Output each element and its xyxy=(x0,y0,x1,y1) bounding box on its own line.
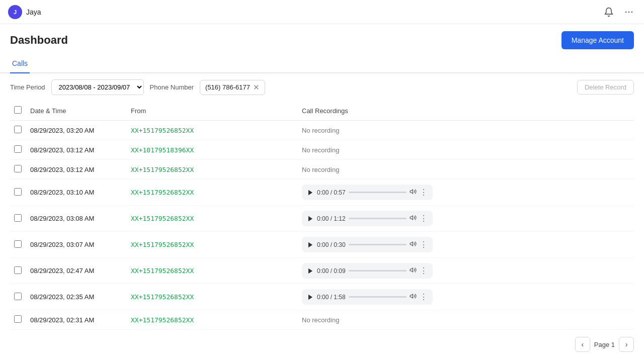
play-icon xyxy=(307,294,314,301)
filter-bar: Time Period 2023/08/08 - 2023/09/07 Phon… xyxy=(0,73,644,101)
play-button[interactable] xyxy=(307,267,314,275)
row-checkbox-8[interactable] xyxy=(14,315,22,323)
svg-marker-7 xyxy=(308,242,312,247)
manage-account-button[interactable]: Manage Account xyxy=(561,31,634,49)
progress-bar[interactable] xyxy=(349,244,407,245)
volume-icon xyxy=(410,214,417,221)
play-button[interactable] xyxy=(307,215,314,222)
player-more-button[interactable]: ⋮ xyxy=(420,188,428,197)
svg-marker-8 xyxy=(410,242,413,246)
cell-datetime: 08/29/2023, 03:07 AM xyxy=(26,232,127,258)
play-button[interactable] xyxy=(307,189,314,196)
svg-marker-12 xyxy=(410,294,413,298)
svg-marker-9 xyxy=(308,268,312,274)
table-row: 08/29/2023, 02:47 AMXX+15179526852XX 0:0… xyxy=(10,258,634,284)
cell-datetime: 08/29/2023, 03:12 AM xyxy=(26,140,127,160)
row-checkbox-0[interactable] xyxy=(14,126,22,133)
table-header-row: Date & Time From Call Recordings xyxy=(10,101,634,121)
delete-record-button[interactable]: Delete Record xyxy=(577,80,634,95)
svg-point-2 xyxy=(631,11,633,13)
select-all-checkbox[interactable] xyxy=(14,106,22,114)
bell-icon xyxy=(604,7,614,17)
table-row: 08/29/2023, 03:08 AMXX+15179526852XX 0:0… xyxy=(10,206,634,232)
no-recording-label: No recording xyxy=(302,166,339,173)
phone-number-chip: (516) 786-6177 ✕ xyxy=(200,80,265,95)
time-period-select[interactable]: 2023/08/08 - 2023/09/07 xyxy=(51,79,144,95)
table-row: 08/29/2023, 03:07 AMXX+15179526852XX 0:0… xyxy=(10,232,634,258)
volume-icon xyxy=(410,240,417,247)
audio-player: 0:00 / 0:30 ⋮ xyxy=(302,237,433,252)
progress-bar[interactable] xyxy=(349,270,407,272)
cell-recording: No recording xyxy=(298,310,634,330)
calls-table: Date & Time From Call Recordings 08/29/2… xyxy=(10,101,634,330)
pagination: ‹ Page 1 › xyxy=(0,330,644,359)
table-row: 08/29/2023, 02:35 AMXX+15179526852XX 0:0… xyxy=(10,284,634,310)
masked-phone-number: XX+15179526852XX xyxy=(131,293,194,301)
player-more-button[interactable]: ⋮ xyxy=(420,266,428,276)
remove-phone-button[interactable]: ✕ xyxy=(253,83,260,92)
col-header-datetime: Date & Time xyxy=(26,101,127,121)
phone-number-value: (516) 786-6177 xyxy=(205,83,250,91)
prev-page-button[interactable]: ‹ xyxy=(575,337,590,352)
masked-phone-number: XX+15179526852XX xyxy=(131,316,194,324)
avatar: J xyxy=(8,5,22,19)
row-checkbox-3[interactable] xyxy=(14,188,22,196)
row-checkbox-6[interactable] xyxy=(14,266,22,274)
table-row: 08/29/2023, 03:12 AMXX+10179518396XXNo r… xyxy=(10,140,634,160)
volume-button[interactable] xyxy=(410,214,417,223)
volume-button[interactable] xyxy=(410,188,417,197)
masked-phone-number: XX+15179526852XX xyxy=(131,166,194,173)
time-display: 0:00 / 0:09 xyxy=(317,267,346,275)
volume-button[interactable] xyxy=(410,240,417,249)
play-button[interactable] xyxy=(307,241,314,248)
play-button[interactable] xyxy=(307,294,314,301)
svg-marker-6 xyxy=(410,216,413,220)
table-row: 08/29/2023, 03:12 AMXX+15179526852XXNo r… xyxy=(10,160,634,179)
audio-player: 0:00 / 0:09 ⋮ xyxy=(302,263,433,279)
table-row: 08/29/2023, 02:31 AMXX+15179526852XXNo r… xyxy=(10,310,634,330)
row-checkbox-1[interactable] xyxy=(14,145,22,153)
next-page-button[interactable]: › xyxy=(619,337,634,352)
masked-phone-number: XX+15179526852XX xyxy=(131,241,194,248)
tab-bar: Calls xyxy=(0,54,644,73)
progress-bar[interactable] xyxy=(349,218,407,219)
svg-marker-11 xyxy=(308,294,312,300)
no-recording-label: No recording xyxy=(302,146,339,154)
row-checkbox-4[interactable] xyxy=(14,214,22,222)
row-checkbox-5[interactable] xyxy=(14,240,22,248)
masked-phone-number: XX+15179526852XX xyxy=(131,189,194,196)
progress-bar[interactable] xyxy=(349,296,407,298)
dashboard-header: Dashboard Manage Account xyxy=(0,24,644,54)
table-row: 08/29/2023, 03:10 AMXX+15179526852XX 0:0… xyxy=(10,179,634,206)
masked-phone-number: XX+15179526852XX xyxy=(131,215,194,222)
volume-button[interactable] xyxy=(410,266,417,275)
svg-marker-3 xyxy=(308,190,312,195)
audio-player: 0:00 / 1:58 ⋮ xyxy=(302,289,433,305)
row-checkbox-2[interactable] xyxy=(14,165,22,172)
no-recording-label: No recording xyxy=(302,127,339,134)
bell-button[interactable] xyxy=(602,5,616,19)
cell-recording: 0:00 / 0:09 ⋮ xyxy=(298,258,634,284)
phone-number-label: Phone Number xyxy=(150,83,194,91)
player-more-button[interactable]: ⋮ xyxy=(420,240,428,249)
top-header: J Jaya xyxy=(0,0,644,24)
player-more-button[interactable]: ⋮ xyxy=(420,214,428,223)
cell-recording: No recording xyxy=(298,140,634,160)
svg-marker-10 xyxy=(410,268,413,272)
time-period-label: Time Period xyxy=(10,83,45,91)
cell-datetime: 08/29/2023, 03:10 AM xyxy=(26,179,127,206)
player-more-button[interactable]: ⋮ xyxy=(420,292,428,302)
cell-recording: 0:00 / 0:57 ⋮ xyxy=(298,179,634,206)
tab-calls[interactable]: Calls xyxy=(10,54,30,73)
cell-from: XX+10179518396XX xyxy=(127,140,298,160)
progress-bar[interactable] xyxy=(349,192,407,193)
row-checkbox-7[interactable] xyxy=(14,293,22,300)
more-button[interactable] xyxy=(622,5,636,19)
cell-datetime: 08/29/2023, 03:08 AM xyxy=(26,206,127,232)
user-name: Jaya xyxy=(26,8,41,16)
cell-from: XX+15179526852XX xyxy=(127,284,298,310)
volume-icon xyxy=(410,293,417,300)
volume-button[interactable] xyxy=(410,293,417,301)
calls-table-wrap: Date & Time From Call Recordings 08/29/2… xyxy=(0,101,644,330)
cell-recording: No recording xyxy=(298,160,634,179)
